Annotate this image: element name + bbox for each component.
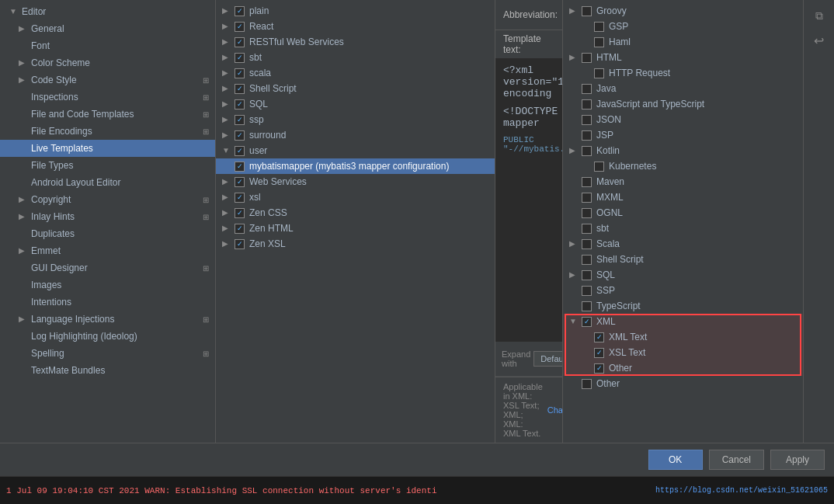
sidebar-item-file-encodings[interactable]: File Encodings⊞: [0, 123, 215, 140]
sidebar-item-copyright[interactable]: Copyright⊞: [0, 191, 215, 208]
sidebar-item-duplicates[interactable]: Duplicates: [0, 225, 215, 242]
panel-checkbox-ognl[interactable]: [582, 208, 592, 218]
template-group-user[interactable]: user: [216, 143, 495, 158]
expand-select[interactable]: Default (Tab): [533, 351, 562, 367]
panel-checkbox-sbt2[interactable]: [582, 224, 592, 234]
panel-item-kubernetes[interactable]: Kubernetes: [563, 158, 803, 174]
template-group-zen-css[interactable]: Zen CSS: [216, 205, 495, 221]
change-link[interactable]: Change: [547, 405, 562, 415]
panel-item-js-ts[interactable]: JavaScript and TypeScript: [563, 96, 803, 112]
group-checkbox-web-services[interactable]: [235, 177, 245, 187]
sidebar-item-live-templates[interactable]: Live Templates: [0, 140, 215, 157]
group-checkbox-plain[interactable]: [235, 6, 245, 16]
group-checkbox-user[interactable]: [235, 146, 245, 156]
panel-checkbox-sql2[interactable]: [582, 270, 592, 280]
panel-checkbox-js-ts[interactable]: [582, 99, 592, 109]
template-group-scala[interactable]: scala: [216, 65, 495, 81]
template-group-react[interactable]: React: [216, 19, 495, 34]
panel-checkbox-haml[interactable]: [594, 37, 604, 47]
sidebar-item-editor[interactable]: Editor: [0, 3, 215, 20]
panel-item-sql2[interactable]: SQL: [563, 267, 803, 283]
sidebar-item-gui-designer[interactable]: GUI Designer⊞: [0, 259, 215, 276]
sidebar-item-file-code-templates[interactable]: File and Code Templates⊞: [0, 106, 215, 123]
template-group-ssp[interactable]: ssp: [216, 112, 495, 127]
group-checkbox-surround[interactable]: [235, 130, 245, 141]
copy-icon[interactable]: ⧉: [810, 6, 829, 25]
group-checkbox-shell-script[interactable]: [235, 84, 245, 94]
panel-item-xml[interactable]: XML: [563, 314, 803, 329]
group-checkbox-scala[interactable]: [235, 68, 245, 78]
sidebar-item-log-highlighting[interactable]: Log Highlighting (Ideolog): [0, 328, 215, 345]
panel-checkbox-other-xml[interactable]: [594, 363, 604, 374]
sidebar-item-inspections[interactable]: Inspections⊞: [0, 89, 215, 106]
panel-checkbox-maven[interactable]: [582, 177, 592, 187]
group-checkbox-ssp[interactable]: [235, 115, 245, 125]
sidebar-item-file-types[interactable]: File Types: [0, 157, 215, 174]
apply-button[interactable]: Apply: [770, 450, 825, 470]
sidebar-item-textmate-bundles[interactable]: TextMate Bundles: [0, 362, 215, 379]
panel-item-maven[interactable]: Maven: [563, 174, 803, 189]
panel-item-other-xml[interactable]: Other: [563, 360, 803, 376]
sidebar-item-color-scheme[interactable]: Color Scheme: [0, 54, 215, 71]
panel-item-mxml[interactable]: MXML: [563, 189, 803, 205]
template-item-mybatismapper[interactable]: mybatismapper (mybatis3 mapper configura…: [216, 158, 495, 174]
sidebar-item-code-style[interactable]: Code Style⊞: [0, 71, 215, 89]
ok-button[interactable]: OK: [648, 450, 703, 470]
group-checkbox-sql[interactable]: [235, 99, 245, 109]
sidebar-item-intentions[interactable]: Intentions: [0, 294, 215, 311]
cancel-button[interactable]: Cancel: [709, 450, 764, 470]
panel-item-xsl-text[interactable]: XSL Text: [563, 345, 803, 360]
sidebar-item-images[interactable]: Images: [0, 276, 215, 294]
panel-checkbox-java[interactable]: [582, 84, 592, 94]
sidebar-item-android-layout[interactable]: Android Layout Editor: [0, 174, 215, 191]
panel-checkbox-http-request[interactable]: [594, 68, 604, 78]
template-group-web-services[interactable]: Web Services: [216, 174, 495, 189]
group-checkbox-restful[interactable]: [235, 37, 245, 47]
panel-checkbox-json[interactable]: [582, 115, 592, 125]
template-group-zen-html[interactable]: Zen HTML: [216, 221, 495, 236]
sidebar-item-language-injections[interactable]: Language Injections⊞: [0, 311, 215, 328]
panel-checkbox-html[interactable]: [582, 53, 592, 63]
panel-checkbox-ssp2[interactable]: [582, 286, 592, 296]
panel-checkbox-shell-script2[interactable]: [582, 255, 592, 265]
panel-item-groovy[interactable]: Groovy: [563, 3, 803, 19]
template-group-sql[interactable]: SQL: [216, 96, 495, 112]
panel-checkbox-jsp[interactable]: [582, 130, 592, 141]
panel-checkbox-kubernetes[interactable]: [594, 162, 604, 172]
undo-icon[interactable]: ↩: [810, 31, 829, 50]
panel-item-typescript[interactable]: TypeScript: [563, 298, 803, 314]
template-group-surround[interactable]: surround: [216, 127, 495, 143]
panel-item-java[interactable]: Java: [563, 81, 803, 96]
group-checkbox-react[interactable]: [235, 22, 245, 32]
template-group-zen-xsl[interactable]: Zen XSL: [216, 236, 495, 252]
panel-checkbox-scala2[interactable]: [582, 239, 592, 249]
panel-item-other[interactable]: Other: [563, 376, 803, 391]
group-checkbox-zen-css[interactable]: [235, 208, 245, 218]
template-group-restful[interactable]: RESTful Web Services: [216, 34, 495, 50]
panel-item-haml[interactable]: Haml: [563, 34, 803, 50]
panel-item-ssp2[interactable]: SSP: [563, 283, 803, 298]
status-url[interactable]: https://blog.csdn.net/weixin_51621065: [655, 486, 828, 495]
template-group-xsl[interactable]: xsl: [216, 189, 495, 205]
sidebar-item-spelling[interactable]: Spelling⊞: [0, 345, 215, 362]
template-group-shell-script[interactable]: Shell Script: [216, 81, 495, 96]
sidebar-item-font[interactable]: Font: [0, 37, 215, 54]
panel-checkbox-xml-text[interactable]: [594, 332, 604, 342]
panel-item-xml-text[interactable]: XML Text: [563, 329, 803, 345]
panel-item-http-request[interactable]: HTTP Request: [563, 65, 803, 81]
panel-checkbox-gsp[interactable]: [594, 22, 604, 32]
panel-item-shell-script2[interactable]: Shell Script: [563, 252, 803, 267]
sidebar-item-general[interactable]: General: [0, 20, 215, 37]
panel-item-gsp[interactable]: GSP: [563, 19, 803, 34]
panel-item-jsp[interactable]: JSP: [563, 127, 803, 143]
template-group-plain[interactable]: plain: [216, 3, 495, 19]
panel-item-kotlin[interactable]: Kotlin: [563, 143, 803, 158]
group-checkbox-sbt[interactable]: [235, 53, 245, 63]
group-checkbox-xsl[interactable]: [235, 193, 245, 203]
panel-checkbox-kotlin[interactable]: [582, 146, 592, 156]
panel-item-scala2[interactable]: Scala: [563, 236, 803, 252]
sidebar-item-inlay-hints[interactable]: Inlay Hints⊞: [0, 208, 215, 225]
panel-checkbox-xml[interactable]: [582, 317, 592, 327]
panel-checkbox-typescript[interactable]: [582, 301, 592, 311]
panel-item-html[interactable]: HTML: [563, 50, 803, 65]
